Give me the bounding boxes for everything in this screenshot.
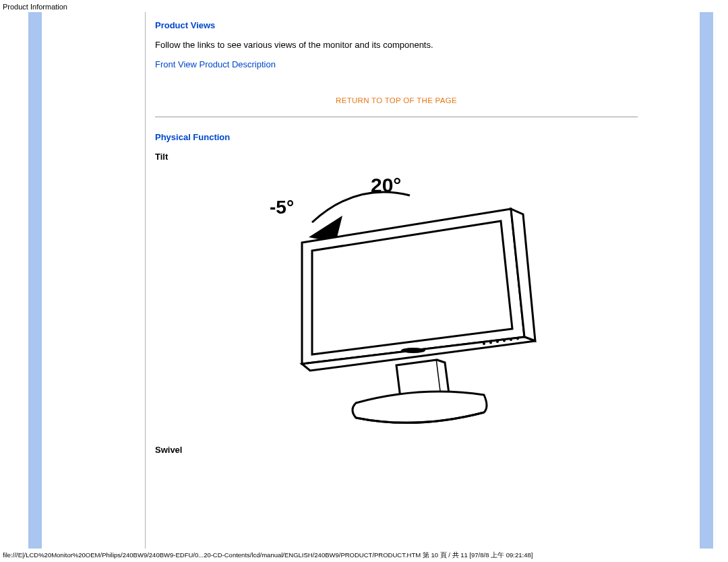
tilt-label: Tilt (155, 152, 638, 162)
section-heading-product-views: Product Views (155, 20, 638, 30)
svg-point-3 (496, 340, 499, 343)
tilt-diagram: -5° 20° (241, 175, 551, 438)
svg-point-6 (516, 338, 519, 340)
svg-point-5 (510, 338, 512, 341)
link-return-to-top[interactable]: RETURN TO TOP OF THE PAGE (155, 96, 638, 104)
content-frame: Product Views Follow the links to see va… (145, 12, 647, 549)
svg-point-1 (483, 342, 485, 345)
svg-point-0 (401, 348, 425, 353)
link-front-view-description[interactable]: Front View Product Description (155, 59, 276, 69)
section-heading-physical-function: Physical Function (155, 132, 638, 142)
svg-point-4 (503, 340, 506, 342)
tilt-angle-back: -5° (270, 197, 294, 218)
swivel-label: Swivel (155, 445, 638, 455)
page-body: Product Views Follow the links to see va… (0, 12, 728, 549)
right-accent-stripe (700, 12, 713, 549)
tilt-angle-forward: 20° (371, 174, 401, 197)
left-accent-stripe (28, 12, 42, 549)
footer-file-path: file:///E|/LCD%20Monitor%20OEM/Philips/2… (3, 551, 725, 560)
window-title: Product Information (3, 3, 67, 11)
section-divider (155, 117, 638, 117)
product-views-intro: Follow the links to see various views of… (155, 40, 638, 50)
svg-point-2 (489, 342, 492, 344)
